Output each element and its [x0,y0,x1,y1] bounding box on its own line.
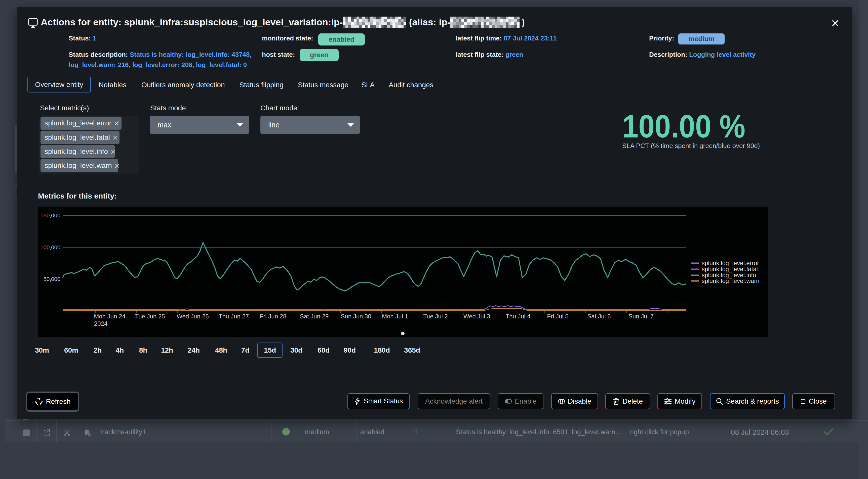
svg-text:2024: 2024 [94,320,107,327]
svg-text:Sat Jun 29: Sat Jun 29 [300,313,329,320]
svg-text:Thu Jul 4: Thu Jul 4 [506,313,531,320]
svg-text:Wed Jun 26: Wed Jun 26 [177,313,209,320]
svg-text:Thu Jun 27: Thu Jun 27 [219,313,249,320]
svg-text:Sun Jun 30: Sun Jun 30 [341,313,371,320]
svg-text:Mon Jul 1: Mon Jul 1 [382,313,408,320]
svg-text:splunk.log_level.fatal: splunk.log_level.fatal [702,266,758,272]
svg-text:Sun Jul 7: Sun Jul 7 [628,313,654,320]
svg-text:Fri Jun 28: Fri Jun 28 [260,313,286,320]
svg-text:Fri Jul 5: Fri Jul 5 [547,313,568,320]
svg-text:50,000: 50,000 [43,276,60,282]
svg-text:splunk.log_level.error: splunk.log_level.error [702,260,759,266]
svg-text:Wed Jul 3: Wed Jul 3 [463,313,490,320]
svg-text:splunk.log_level.warn: splunk.log_level.warn [702,277,759,284]
svg-text:Sat Jul 6: Sat Jul 6 [587,313,611,320]
svg-text:Tue Jul 2: Tue Jul 2 [423,313,448,320]
svg-text:150,000: 150,000 [40,212,60,219]
svg-text:Mon Jun 24: Mon Jun 24 [94,313,125,320]
svg-text:Tue Jun 25: Tue Jun 25 [135,313,165,320]
svg-text:100,000: 100,000 [40,244,60,250]
